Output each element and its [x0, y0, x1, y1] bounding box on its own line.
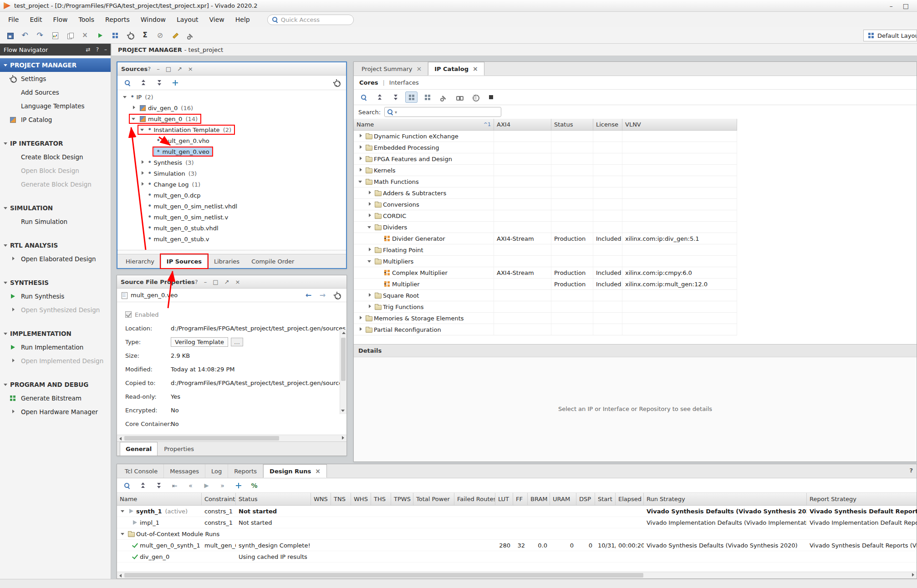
- flow-item-generate-bitstream[interactable]: Generate Bitstream: [0, 391, 111, 405]
- run-row-out-of-context-module-runs[interactable]: Out-of-Context Module Runs: [117, 528, 917, 540]
- column-header-total-power[interactable]: Total Power: [413, 493, 454, 505]
- minimize-button[interactable]: –: [890, 2, 893, 10]
- chevron-right-icon[interactable]: [367, 213, 373, 219]
- column-header-wns[interactable]: WNS: [311, 493, 331, 505]
- skip-to-start-button[interactable]: ⇤: [168, 480, 181, 491]
- maximize-button[interactable]: □: [166, 66, 171, 72]
- search-button[interactable]: [121, 480, 133, 491]
- fast-forward-button[interactable]: »: [216, 480, 229, 491]
- search-button[interactable]: [121, 77, 133, 88]
- menu-window[interactable]: Window: [135, 13, 171, 26]
- column-header-elapsed[interactable]: Elapsed: [616, 493, 644, 505]
- ipcat-row-fpga-features-and-design[interactable]: •FPGA Features and Design: [354, 153, 737, 165]
- column-header-status[interactable]: Status: [236, 493, 311, 505]
- chevron-right-icon[interactable]: [357, 326, 364, 333]
- flow-item-create-block-design[interactable]: Create Block Design: [0, 150, 111, 164]
- ipcat-row-trig-functions[interactable]: •Trig Functions: [354, 301, 737, 313]
- flow-item-generate-block-design[interactable]: Generate Block Design: [0, 177, 111, 191]
- collapse-all-button[interactable]: [373, 91, 386, 103]
- show-taxonomy-button[interactable]: [421, 91, 433, 103]
- tab-properties[interactable]: Properties: [158, 442, 199, 456]
- column-header-name[interactable]: Name: [117, 493, 202, 505]
- run-row-mult-gen-0-synth-1[interactable]: mult_gen_0_synth_1mult_gen_0synth_design…: [117, 540, 917, 551]
- menu-tools[interactable]: Tools: [73, 13, 100, 26]
- column-header-failed-routes[interactable]: Failed Routes: [454, 493, 495, 505]
- flow-item-open-implemented-design[interactable]: Open Implemented Design: [0, 354, 111, 368]
- stop-button[interactable]: [485, 91, 497, 103]
- scroll-up-icon[interactable]: [340, 330, 346, 336]
- tab-reports[interactable]: Reports: [228, 464, 263, 478]
- type-edit-button[interactable]: …: [231, 338, 243, 346]
- minimize-button[interactable]: –: [104, 46, 107, 53]
- chevron-right-icon[interactable]: [367, 304, 373, 310]
- tab-design-runs[interactable]: Design Runs×: [263, 464, 327, 478]
- tree-item-ip[interactable]: •IP(2): [117, 91, 346, 102]
- column-header-tpws[interactable]: TPWS: [391, 493, 413, 505]
- column-header-whs[interactable]: WHS: [351, 493, 371, 505]
- delete-button[interactable]: ×: [79, 30, 91, 41]
- flow-item-add-sources[interactable]: Add Sources: [0, 86, 111, 99]
- column-header-tns[interactable]: TNS: [331, 493, 351, 505]
- ipcat-row-dynamic-function-exchange[interactable]: •Dynamic Function eXchange: [354, 131, 737, 142]
- flow-item-run-synthesis[interactable]: Run Synthesis: [0, 289, 111, 303]
- menu-view[interactable]: View: [204, 13, 230, 26]
- quick-access-search[interactable]: Quick Access: [267, 15, 354, 25]
- tree-item-mult-gen-0-sim-netlist-vhdl[interactable]: •mult_gen_0_sim_netlist.vhdl: [117, 201, 346, 212]
- tree-item-synthesis[interactable]: •Synthesis(3): [117, 157, 346, 168]
- flow-section-project-manager[interactable]: PROJECT MANAGER: [0, 58, 111, 72]
- chevron-down-icon[interactable]: [357, 178, 364, 185]
- flow-section-synthesis[interactable]: SYNTHESIS: [0, 276, 111, 289]
- tab-tcl-console[interactable]: Tcl Console: [119, 464, 164, 478]
- cancel-button[interactable]: ⊘: [154, 30, 166, 41]
- search-button[interactable]: [357, 91, 370, 103]
- scrollbar-thumb[interactable]: [124, 436, 279, 441]
- chevron-right-icon[interactable]: [357, 133, 364, 139]
- design-runs-horizontal-scrollbar[interactable]: [117, 572, 917, 578]
- tab-project-summary[interactable]: Project Summary×: [356, 62, 428, 76]
- maximize-button[interactable]: □: [903, 2, 909, 10]
- flow-section-program-and-debug[interactable]: PROGRAM AND DEBUG: [0, 378, 111, 391]
- scroll-right-icon[interactable]: [340, 435, 346, 441]
- details-header[interactable]: Details: [354, 344, 917, 357]
- save-button[interactable]: [4, 30, 16, 41]
- link-button[interactable]: [453, 91, 465, 103]
- minimize-button[interactable]: –: [157, 66, 160, 72]
- stepper-button[interactable]: [109, 30, 121, 41]
- tree-item-mult-gen-0[interactable]: mult_gen_0(14): [117, 113, 346, 124]
- menu-edit[interactable]: Edit: [24, 13, 47, 26]
- close-button[interactable]: ×: [188, 66, 193, 72]
- help-button[interactable]: ?: [148, 66, 151, 72]
- tab-ip-sources[interactable]: IP Sources: [161, 254, 208, 268]
- chevron-down-icon[interactable]: [120, 508, 126, 514]
- tab-ip-catalog[interactable]: IP Catalog×: [428, 62, 484, 76]
- properties-vertical-scrollbar[interactable]: [340, 329, 346, 414]
- scroll-down-icon[interactable]: [340, 407, 346, 414]
- default-layout-button[interactable]: Default Layou: [863, 30, 917, 41]
- column-header-status[interactable]: Status: [551, 119, 593, 130]
- help-button[interactable]: ?: [195, 279, 198, 285]
- add-run-button[interactable]: [232, 480, 245, 491]
- column-header-bram[interactable]: BRAM: [528, 493, 550, 505]
- chevron-right-icon[interactable]: [367, 190, 373, 196]
- tab-libraries[interactable]: Libraries: [209, 254, 245, 268]
- report-button[interactable]: [49, 30, 61, 41]
- flow-item-run-simulation[interactable]: Run Simulation: [0, 215, 111, 228]
- sum-button[interactable]: Σ: [139, 30, 151, 41]
- ipcat-row-complex-multiplier[interactable]: •Complex MultiplierAXI4-StreamProduction…: [354, 267, 737, 279]
- settings-button[interactable]: [330, 77, 342, 88]
- group-by-category-button[interactable]: [405, 91, 418, 103]
- back-button[interactable]: ←: [302, 289, 315, 301]
- tree-item-div-gen-0[interactable]: div_gen_0(16): [117, 102, 346, 113]
- web-button[interactable]: [469, 91, 481, 103]
- ip-catalog-search-input[interactable]: ▾: [384, 107, 501, 117]
- edit-button[interactable]: [169, 30, 181, 41]
- ipcat-row-embedded-processing[interactable]: •Embedded Processing: [354, 142, 737, 153]
- chevron-right-icon[interactable]: [131, 105, 137, 111]
- column-header-dsp[interactable]: DSP: [576, 493, 595, 505]
- ipcat-row-conversions[interactable]: •Conversions: [354, 199, 737, 210]
- ipcat-row-partial-reconfiguration[interactable]: •Partial Reconfiguration: [354, 324, 737, 335]
- flow-item-ip-catalog[interactable]: IP Catalog: [0, 113, 111, 127]
- scrollbar-thumb[interactable]: [124, 573, 643, 578]
- column-header-ff[interactable]: FF: [513, 493, 528, 505]
- column-header-vlnv[interactable]: VLNV: [622, 119, 737, 130]
